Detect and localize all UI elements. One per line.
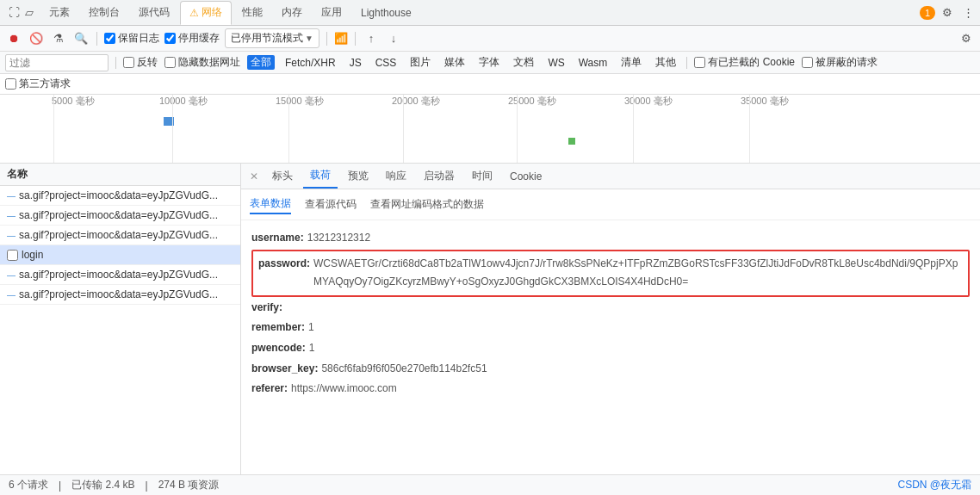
filter-img-button[interactable]: 图片 xyxy=(406,55,434,70)
tab-performance[interactable]: 性能 xyxy=(233,1,271,25)
divider-3 xyxy=(355,32,356,46)
timeline-dot-1 xyxy=(568,138,575,145)
hide-data-url-checkbox[interactable]: 隐藏数据网址 xyxy=(164,55,240,70)
filter-doc-button[interactable]: 文档 xyxy=(510,55,537,70)
pwencode-value: 1 xyxy=(309,339,315,358)
timeline-label-35000: 35000 毫秒 xyxy=(741,95,789,108)
filter-media-button[interactable]: 媒体 xyxy=(441,55,468,70)
cursor-icon[interactable]: ⛶ xyxy=(9,6,20,19)
timeline-gridline-4 xyxy=(403,95,404,163)
requests-count: 6 个请求 xyxy=(9,478,48,492)
tab-timing[interactable]: 时间 xyxy=(465,164,499,189)
filter-font-button[interactable]: 字体 xyxy=(475,55,503,70)
tab-preview[interactable]: 预览 xyxy=(341,164,375,189)
filter-js-button[interactable]: JS xyxy=(346,57,365,69)
list-item[interactable]: — sa.gif?project=imooc&data=eyJpZGVudG..… xyxy=(0,186,240,206)
browser-key-value: 586cf6fab9f6f050e270efb114b2fc51 xyxy=(321,360,487,379)
password-label: password: xyxy=(258,255,310,292)
form-data-content: username: 13212312312 password: WCSWAETG… xyxy=(241,220,980,474)
timeline-gridline-3 xyxy=(288,95,289,163)
more-icon[interactable]: ⋮ xyxy=(959,4,977,22)
password-value: WCSWAETGr/Crzti68dCa8Tb2aTlW1owv4Jjcn7J/… xyxy=(313,255,963,292)
timeline: 5000 毫秒 10000 毫秒 15000 毫秒 20000 毫秒 25000… xyxy=(0,95,980,164)
filter-fetch-xhr-button[interactable]: Fetch/XHR xyxy=(282,57,339,69)
close-detail-button[interactable]: ✕ xyxy=(246,170,262,183)
tab-headers[interactable]: 标头 xyxy=(265,164,300,189)
form-row-remember: remember: 1 xyxy=(251,319,970,337)
sub-tab-view-url-encoded[interactable]: 查看网址编码格式的数据 xyxy=(370,195,484,213)
list-item[interactable]: — sa.gif?project=imooc&data=eyJpZGVudG..… xyxy=(0,226,240,245)
tab-initiator[interactable]: 启动器 xyxy=(417,164,462,189)
tab-console[interactable]: 控制台 xyxy=(80,1,128,25)
sub-tab-view-source[interactable]: 查看源代码 xyxy=(305,195,357,213)
tab-cookie[interactable]: Cookie xyxy=(503,164,549,189)
clear-button[interactable]: 🚫 xyxy=(28,30,45,47)
username-label: username: xyxy=(251,229,304,248)
filter-input[interactable] xyxy=(5,54,109,71)
pwencode-label: pwencode: xyxy=(251,339,306,358)
wifi-icon: 📶 xyxy=(334,32,348,45)
detail-tabs: ✕ 标头 载荷 预览 响应 启动器 时间 Cookie xyxy=(241,164,980,189)
warning-icon: ⚠ xyxy=(189,7,199,19)
file-list-header: 名称 xyxy=(0,164,240,186)
third-party-checkbox[interactable]: 第三方请求 xyxy=(5,77,71,91)
filter-ws-button[interactable]: WS xyxy=(544,57,568,69)
sub-tab-form-data[interactable]: 表单数据 xyxy=(250,195,291,214)
network-toolbar: ⏺ 🚫 ⚗ 🔍 保留日志 停用缓存 已停用节流模式 ▼ 📶 ↑ ↓ ⚙ xyxy=(0,26,980,52)
tab-lighthouse[interactable]: Lighthouse xyxy=(352,1,420,25)
filter-all-button[interactable]: 全部 xyxy=(247,55,275,70)
timeline-label-10000: 10000 毫秒 xyxy=(159,95,208,108)
device-icon[interactable]: ▱ xyxy=(25,6,34,19)
stop-recording-button[interactable]: ⏺ xyxy=(5,30,22,47)
filter-manifest-button[interactable]: 清单 xyxy=(617,55,645,70)
sub-tabs: 表单数据 查看源代码 查看网址编码格式的数据 xyxy=(241,189,980,220)
list-item-login[interactable]: login xyxy=(0,245,240,265)
form-row-verify: verify: xyxy=(251,299,970,318)
form-row-password: password: WCSWAETGr/Crzti68dCa8Tb2aTlW1o… xyxy=(258,255,963,292)
upload-button[interactable]: ↑ xyxy=(363,30,380,47)
timeline-label-30000: 30000 毫秒 xyxy=(624,95,673,108)
list-item[interactable]: — sa.gif?project=imooc&data=eyJpZGVudG..… xyxy=(0,206,240,226)
blocked-cookie-checkbox[interactable]: 有已拦截的 Cookie xyxy=(694,55,795,70)
login-label: login xyxy=(22,249,43,261)
list-item[interactable]: — sa.gif?project=imooc&data=eyJpZGVudG..… xyxy=(0,285,240,305)
transferred-size: 已传输 2.4 kB xyxy=(71,478,134,492)
form-row-pwencode: pwencode: 1 xyxy=(251,339,970,358)
disable-cache-checkbox[interactable]: 停用缓存 xyxy=(164,31,220,46)
tab-application[interactable]: 应用 xyxy=(313,1,350,25)
password-box: password: WCSWAETGr/Crzti68dCa8Tb2aTlW1o… xyxy=(251,250,970,297)
login-checkbox[interactable] xyxy=(7,250,18,261)
tab-source[interactable]: 源代码 xyxy=(130,1,178,25)
filter-css-button[interactable]: CSS xyxy=(372,57,400,69)
list-item[interactable]: — sa.gif?project=imooc&data=eyJpZGVudG..… xyxy=(0,265,240,285)
blocked-requests-checkbox[interactable]: 被屏蔽的请求 xyxy=(802,55,878,70)
file-list: 名称 — sa.gif?project=imooc&data=eyJpZGVud… xyxy=(0,164,241,474)
separator-2: | xyxy=(146,480,148,492)
timeline-gridline-7 xyxy=(749,95,750,163)
toolbar-settings-icon[interactable]: ⚙ xyxy=(958,30,975,47)
file-indicator-6: — xyxy=(7,290,16,300)
search-button[interactable]: 🔍 xyxy=(72,30,90,47)
divider-2 xyxy=(326,32,327,46)
tab-response[interactable]: 响应 xyxy=(379,164,413,189)
timeline-gridline-5 xyxy=(517,95,518,163)
cache-mode-dropdown[interactable]: 已停用节流模式 ▼ xyxy=(225,28,319,48)
filter-wasm-button[interactable]: Wasm xyxy=(575,57,611,69)
chevron-down-icon: ▼ xyxy=(305,34,313,43)
preserve-log-checkbox[interactable]: 保留日志 xyxy=(104,31,159,46)
filter-button[interactable]: ⚗ xyxy=(50,30,67,47)
resources-size: 274 B 项资源 xyxy=(158,478,220,492)
download-button[interactable]: ↓ xyxy=(385,30,402,47)
divider-1 xyxy=(96,32,97,46)
settings-icon[interactable]: ⚙ xyxy=(939,4,956,22)
referer-value: https://www.imooc.com xyxy=(291,380,397,399)
tab-elements[interactable]: 元素 xyxy=(40,1,78,25)
tab-payload[interactable]: 载荷 xyxy=(303,164,338,189)
notification-badge: 1 xyxy=(920,6,935,20)
tab-memory[interactable]: 内存 xyxy=(273,1,311,25)
filter-other-button[interactable]: 其他 xyxy=(652,55,679,70)
tab-network[interactable]: ⚠ 网络 xyxy=(180,1,232,25)
username-value: 13212312312 xyxy=(307,229,370,248)
remember-value: 1 xyxy=(308,319,314,337)
reverse-checkbox[interactable]: 反转 xyxy=(123,55,158,70)
